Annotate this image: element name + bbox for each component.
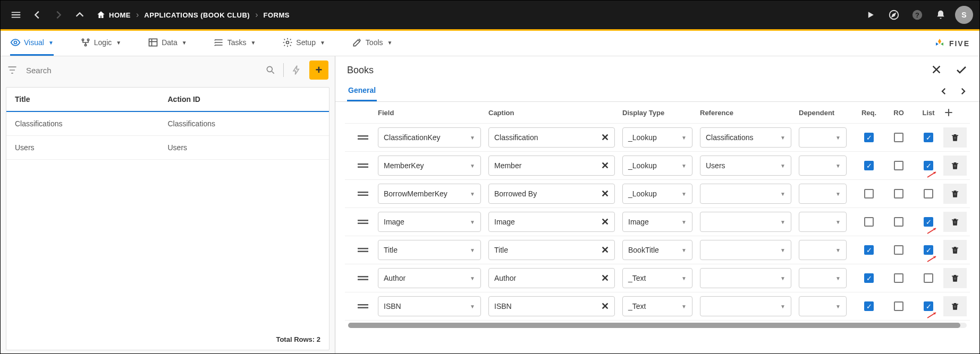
reference-select[interactable]: ▼ bbox=[700, 296, 791, 316]
list-row[interactable]: UsersUsers bbox=[6, 136, 329, 160]
confirm-icon[interactable] bbox=[955, 64, 968, 76]
field-select[interactable]: ISBN▼ bbox=[378, 296, 481, 316]
delete-row-button[interactable] bbox=[943, 127, 967, 148]
search-input[interactable] bbox=[26, 66, 261, 75]
caption-input[interactable]: ISBN✕ bbox=[488, 296, 615, 316]
ro-checkbox[interactable] bbox=[894, 133, 903, 142]
prev-icon[interactable] bbox=[939, 87, 949, 96]
ro-checkbox[interactable] bbox=[894, 245, 903, 255]
caption-input[interactable]: Borrowed By✕ bbox=[488, 184, 615, 204]
reference-select[interactable]: Classifications▼ bbox=[700, 127, 791, 148]
explore-icon[interactable] bbox=[885, 6, 903, 24]
field-select[interactable]: MemberKey▼ bbox=[378, 156, 481, 176]
req-checkbox[interactable]: ✓ bbox=[864, 301, 874, 311]
display-type-select[interactable]: _Lookup▼ bbox=[622, 156, 692, 176]
reference-select[interactable]: Users▼ bbox=[700, 156, 791, 176]
back-icon[interactable] bbox=[28, 6, 46, 24]
avatar[interactable]: S bbox=[955, 6, 973, 24]
delete-row-button[interactable] bbox=[943, 156, 967, 176]
clear-icon[interactable]: ✕ bbox=[601, 272, 609, 284]
drag-handle-icon[interactable] bbox=[348, 162, 378, 169]
add-button[interactable]: + bbox=[309, 61, 328, 80]
field-select[interactable]: ClassificationKey▼ bbox=[378, 127, 481, 148]
search-icon[interactable] bbox=[265, 65, 276, 75]
horizontal-scrollbar[interactable] bbox=[348, 323, 967, 328]
menu-icon[interactable] bbox=[7, 6, 25, 24]
next-icon[interactable] bbox=[958, 87, 968, 96]
dependent-select[interactable]: ▼ bbox=[799, 127, 847, 148]
scrollbar-thumb[interactable] bbox=[348, 323, 960, 328]
menu-tasks[interactable]: Tasks ▼ bbox=[214, 31, 256, 56]
clear-icon[interactable]: ✕ bbox=[601, 244, 609, 256]
delete-row-button[interactable] bbox=[943, 296, 967, 316]
clear-icon[interactable]: ✕ bbox=[601, 216, 609, 228]
display-type-select[interactable]: Image▼ bbox=[622, 212, 692, 232]
req-checkbox[interactable] bbox=[864, 189, 874, 198]
dependent-select[interactable]: ▼ bbox=[799, 212, 847, 232]
list-checkbox[interactable]: ✓ bbox=[924, 133, 933, 142]
drag-handle-icon[interactable] bbox=[348, 219, 378, 225]
field-select[interactable]: Title▼ bbox=[378, 240, 481, 260]
req-checkbox[interactable]: ✓ bbox=[864, 161, 874, 170]
req-checkbox[interactable]: ✓ bbox=[864, 273, 874, 283]
breadcrumb-section[interactable]: FORMS bbox=[263, 11, 289, 19]
dependent-select[interactable]: ▼ bbox=[799, 268, 847, 288]
list-checkbox[interactable]: ✓ bbox=[924, 245, 933, 255]
req-checkbox[interactable] bbox=[864, 217, 874, 227]
field-select[interactable]: Image▼ bbox=[378, 212, 481, 232]
drag-handle-icon[interactable] bbox=[348, 275, 378, 281]
caption-input[interactable]: Title✕ bbox=[488, 240, 615, 260]
req-checkbox[interactable]: ✓ bbox=[864, 245, 874, 255]
breadcrumb-home[interactable]: HOME bbox=[96, 10, 131, 20]
req-checkbox[interactable]: ✓ bbox=[864, 133, 874, 142]
ro-checkbox[interactable] bbox=[894, 189, 903, 198]
display-type-select[interactable]: _Text▼ bbox=[622, 268, 692, 288]
delete-row-button[interactable] bbox=[943, 212, 967, 232]
menu-tools[interactable]: Tools ▼ bbox=[352, 31, 393, 56]
display-type-select[interactable]: BookTitle▼ bbox=[622, 240, 692, 260]
close-icon[interactable] bbox=[931, 64, 942, 76]
display-type-select[interactable]: _Lookup▼ bbox=[622, 184, 692, 204]
list-row[interactable]: ClassificationsClassifications bbox=[6, 112, 329, 136]
display-type-select[interactable]: _Lookup▼ bbox=[622, 127, 692, 148]
bolt-icon[interactable] bbox=[291, 65, 302, 75]
menu-logic[interactable]: Logic ▼ bbox=[80, 31, 121, 56]
delete-row-button[interactable] bbox=[943, 184, 967, 204]
dependent-select[interactable]: ▼ bbox=[799, 296, 847, 316]
breadcrumb-app[interactable]: APPLICATIONS (BOOK CLUB) bbox=[144, 11, 250, 19]
menu-data[interactable]: Data ▼ bbox=[148, 31, 187, 56]
reference-select[interactable]: ▼ bbox=[700, 268, 791, 288]
caption-input[interactable]: Author✕ bbox=[488, 268, 615, 288]
drag-handle-icon[interactable] bbox=[348, 247, 378, 253]
caption-input[interactable]: Image✕ bbox=[488, 212, 615, 232]
drag-handle-icon[interactable] bbox=[348, 191, 378, 197]
menu-visual[interactable]: Visual ▼ bbox=[10, 31, 54, 56]
delete-row-button[interactable] bbox=[943, 268, 967, 288]
ro-checkbox[interactable] bbox=[894, 301, 903, 311]
field-select[interactable]: Author▼ bbox=[378, 268, 481, 288]
dependent-select[interactable]: ▼ bbox=[799, 156, 847, 176]
reference-select[interactable]: ▼ bbox=[700, 212, 791, 232]
bell-icon[interactable] bbox=[932, 6, 950, 24]
caption-input[interactable]: Classification✕ bbox=[488, 127, 615, 148]
dependent-select[interactable]: ▼ bbox=[799, 184, 847, 204]
clear-icon[interactable]: ✕ bbox=[601, 132, 609, 143]
ro-checkbox[interactable] bbox=[894, 273, 903, 283]
delete-row-button[interactable] bbox=[943, 240, 967, 260]
filter-icon[interactable] bbox=[7, 65, 22, 75]
list-checkbox[interactable]: ✓ bbox=[924, 161, 933, 170]
tab-general[interactable]: General bbox=[347, 81, 377, 101]
list-checkbox[interactable]: ✓ bbox=[924, 301, 933, 311]
display-type-select[interactable]: _Text▼ bbox=[622, 296, 692, 316]
play-icon[interactable] bbox=[861, 6, 880, 24]
drag-handle-icon[interactable] bbox=[348, 134, 378, 141]
caption-input[interactable]: Member✕ bbox=[488, 156, 615, 176]
help-icon[interactable]: ? bbox=[908, 6, 926, 24]
ro-checkbox[interactable] bbox=[894, 161, 903, 170]
clear-icon[interactable]: ✕ bbox=[601, 300, 609, 312]
list-checkbox[interactable] bbox=[924, 189, 933, 198]
ro-checkbox[interactable] bbox=[894, 217, 903, 227]
drag-handle-icon[interactable] bbox=[348, 303, 378, 309]
add-row-button[interactable] bbox=[943, 107, 967, 118]
reference-select[interactable]: ▼ bbox=[700, 240, 791, 260]
